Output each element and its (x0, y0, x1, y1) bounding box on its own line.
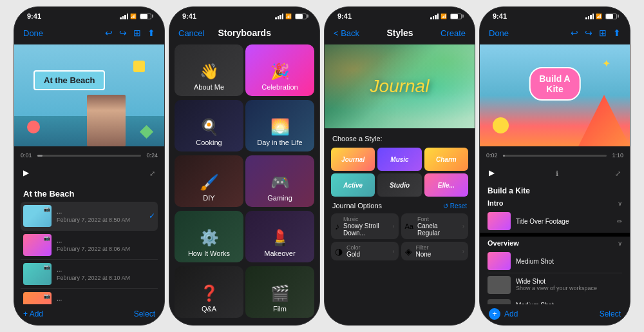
video-controls-bottom-4: ▶ ℹ ⤢ (480, 164, 630, 182)
export-button-1[interactable]: ⬆ (147, 28, 155, 38)
grid-button-4[interactable]: ⊞ (599, 28, 607, 38)
clip-item[interactable]: 📷 ··· February 7, 2022 at 8:06 AM (21, 231, 158, 260)
clip-item-4-title[interactable]: Title Over Footage ✏ (480, 210, 630, 233)
chevron-right-icon: › (462, 248, 464, 255)
hero-title: Journal (370, 76, 430, 97)
category-gaming[interactable]: 🎮 Gaming (245, 155, 314, 207)
category-diy[interactable]: 🖌️ DIY (175, 155, 243, 207)
done-button-4[interactable]: Done (489, 28, 509, 38)
gaming-label: Gaming (267, 194, 292, 202)
category-film[interactable]: 🎬 Film (245, 266, 314, 318)
chevron-down-icon[interactable]: ∨ (618, 200, 622, 207)
clip-item[interactable]: 📷 ··· February 7, 2022 at 8:50 AM ✓ (21, 202, 158, 231)
style-studio[interactable]: Studio (377, 173, 421, 197)
chevron-down-icon-2[interactable]: ∨ (618, 240, 622, 247)
progress-bar-4[interactable] (503, 155, 607, 157)
project-title: Build a Kite (488, 186, 530, 195)
select-button-1[interactable]: Select (134, 309, 155, 318)
edit-icon-1[interactable]: ✏ (617, 218, 622, 225)
beach-person (87, 95, 126, 146)
undo-button-1[interactable]: ↩ (105, 28, 113, 38)
category-cooking[interactable]: 🍳 Cooking (175, 100, 243, 151)
options-grid: ♪ Music Snowy Stroll Down... › Aa Font C… (325, 211, 475, 263)
celebration-icon: 🎉 (270, 63, 290, 81)
deco-shape-red (27, 121, 40, 133)
kite-title-badge: Build A Kite (529, 67, 580, 101)
filter-icon: ◈ (405, 246, 412, 257)
phone-3: 9:41 📶 < Back Styles (324, 6, 475, 326)
cancel-button-2[interactable]: Cancel (178, 28, 204, 38)
phone-4: 9:41 📶 Done ↩ (479, 6, 630, 326)
style-active[interactable]: Active (331, 173, 375, 197)
fullscreen-icon-1[interactable]: ⤢ (149, 170, 155, 178)
status-bar-1: 9:41 📶 (14, 7, 164, 23)
styles-section: Choose a Style: (325, 128, 475, 145)
check-icon: ✓ (149, 211, 155, 220)
style-journal[interactable]: Journal (331, 148, 375, 171)
day-in-life-icon: 🌅 (270, 118, 290, 136)
create-button-3[interactable]: Create (440, 28, 466, 38)
clip-item[interactable]: 📷 ··· February 7, 2022 at 8:10 AM (21, 260, 158, 289)
play-button-4[interactable]: ▶ (489, 168, 499, 179)
makeover-icon: 💄 (270, 229, 290, 247)
add-plus-icon[interactable]: + (489, 308, 500, 320)
cooking-icon: 🍳 (200, 118, 219, 136)
color-option[interactable]: ◑ Color Gold › (331, 242, 399, 260)
progress-bar-1[interactable] (37, 155, 142, 157)
select-button-4[interactable]: Select (600, 309, 621, 318)
music-option[interactable]: ♪ Music Snowy Stroll Down... › (331, 213, 399, 239)
film-icon: 🎬 (270, 284, 290, 302)
signal-icon-3 (430, 14, 439, 19)
clip-item-4-wide[interactable]: Wide Shot Show a view of your workspace (480, 273, 630, 297)
clip-item-4-medium2[interactable]: Medium Shot What makes this project spec… (480, 297, 630, 304)
back-button-3[interactable]: < Back (334, 28, 359, 38)
video-controls-4: 0:02 1:10 (480, 146, 630, 164)
export-button-4[interactable]: ⬆ (613, 28, 621, 38)
video-controls-bottom-1: ▶ ⤢ (14, 164, 164, 182)
category-qa[interactable]: ❓ Q&A (175, 266, 243, 318)
kite-title-text2: Kite (539, 84, 570, 94)
done-button-1[interactable]: Done (23, 28, 43, 38)
clip-thumbnail: 📷 (23, 263, 52, 285)
film-label: Film (273, 305, 287, 313)
about-me-icon: 👋 (200, 63, 219, 81)
filter-option[interactable]: ◈ Filter None › (401, 242, 469, 260)
diy-icon: 🖌️ (200, 173, 219, 191)
clip-thumbnail: 📷 (23, 234, 52, 256)
play-button-1[interactable]: ▶ (23, 168, 33, 179)
nav-bar-1: Done ↩ ↪ ⊞ ⬆ (14, 23, 164, 44)
category-makeover[interactable]: 💄 Makeover (245, 211, 314, 262)
redo-button-1[interactable]: ↪ (119, 28, 127, 38)
deco-shape-yellow (133, 61, 145, 72)
redo-button-4[interactable]: ↪ (585, 28, 592, 38)
category-celebration[interactable]: 🎉 Celebration (245, 44, 314, 96)
start-time-4: 0:02 (486, 152, 498, 159)
clip-item[interactable]: 📷 ··· February 7, 2022 at 8:36 AM (21, 289, 158, 304)
video-preview-1: At the Beach (14, 44, 164, 146)
undo-button-4[interactable]: ↩ (571, 28, 578, 38)
clip4-thumbnail-1 (488, 212, 511, 230)
category-about-me[interactable]: 👋 About Me (175, 44, 243, 96)
reset-button[interactable]: ↺ Reset (443, 202, 467, 210)
beach-scene: At the Beach (14, 44, 164, 146)
category-day-in-life[interactable]: 🌅 Day in the Life (245, 100, 314, 151)
category-how-it-works[interactable]: ⚙️ How It Works (175, 211, 243, 262)
music-icon: ♪ (335, 221, 339, 231)
style-music[interactable]: Music (377, 148, 421, 171)
style-grid: Journal Music Charm Active Studio Elle..… (325, 145, 475, 199)
battery-icon (140, 14, 151, 19)
camera-icon: 📷 (44, 206, 50, 212)
font-option[interactable]: Aa Font Canela Regular › (401, 213, 469, 239)
share-button-1[interactable]: ⊞ (133, 28, 141, 38)
add-button-1[interactable]: + Add (23, 309, 43, 318)
fullscreen-icon-4[interactable]: ⤢ (615, 170, 621, 178)
style-charm[interactable]: Charm (424, 148, 468, 171)
add-button-4[interactable]: Add (504, 309, 518, 318)
clip-item-4-medium[interactable]: Medium Shot (480, 249, 630, 273)
nav-bar-4: Done ↩ ↪ ⊞ ⬆ (480, 23, 630, 44)
overview-section-header: Overview ∨ (480, 237, 630, 249)
info-icon-4[interactable]: ℹ (556, 170, 558, 178)
style-elle[interactable]: Elle... (424, 173, 468, 197)
video-title-card: At the Beach (33, 70, 105, 90)
clip-list-header: At the Beach (14, 182, 164, 202)
